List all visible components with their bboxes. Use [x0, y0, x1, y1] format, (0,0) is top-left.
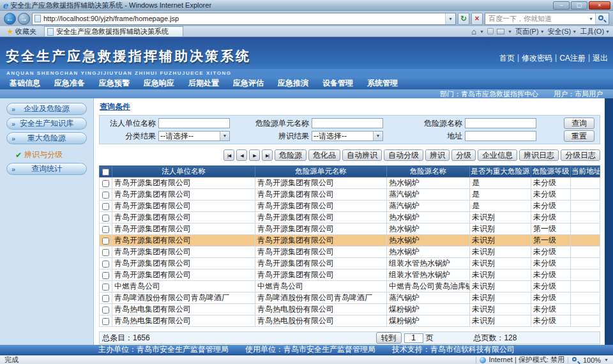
action-button[interactable]: 分级日志	[561, 149, 600, 161]
title-bar: e 安全生产应急救援指挥辅助决策系统 - Windows Internet Ex…	[0, 0, 613, 11]
action-button[interactable]: 自动辨识	[342, 149, 382, 161]
status-right: Internet | 保护模式: 禁用 100% ▼	[476, 355, 609, 364]
address-bar[interactable]: http://localhost:90/yjzh/frame/homepage.…	[32, 13, 456, 25]
browser-tab[interactable]: 安全生产应急救援指挥辅助决策系统	[44, 26, 183, 36]
zoom-icon[interactable]	[571, 356, 580, 364]
table-cell: 第一级	[531, 235, 571, 246]
minimize-button[interactable]: –	[553, 1, 570, 10]
nav-item[interactable]: 应急预警	[92, 78, 137, 89]
sidebar-button[interactable]: »企业及危险源	[6, 103, 87, 115]
rss-feed-icon[interactable]	[487, 28, 494, 34]
menu-page[interactable]: 页面(P)▼	[515, 27, 545, 36]
row-checkbox[interactable]	[102, 295, 109, 302]
sidebar-active-item[interactable]: ✔辨识与分级	[15, 149, 93, 160]
nav-item[interactable]: 后期处置	[181, 78, 226, 89]
row-checkbox[interactable]	[102, 284, 109, 291]
nav-item[interactable]: 系统管理	[360, 78, 405, 89]
nav-item[interactable]: 应急评估	[226, 78, 271, 89]
pager-button[interactable]: ▶|	[262, 149, 273, 161]
table-row[interactable]: 青岛开源集团有限公司青岛开源集团有限公司组装水管热水锅炉未识别未分级	[100, 269, 600, 281]
favorites-button[interactable]: ★ 收藏夹	[3, 27, 40, 36]
table-row[interactable]: 青岛开源集团有限公司青岛开源集团有限公司热水锅炉是未分级	[100, 178, 600, 189]
back-button[interactable]: ←	[4, 13, 16, 25]
action-button[interactable]: 分级	[451, 149, 476, 161]
zoom-level[interactable]: 100%	[583, 356, 601, 364]
legal-name-input[interactable]	[158, 118, 230, 128]
table-row[interactable]: 青岛开源集团有限公司青岛开源集团有限公司热水锅炉未识别第一级	[100, 224, 600, 235]
pager-button[interactable]: |◀	[223, 149, 234, 161]
action-button[interactable]: 危化品	[308, 149, 340, 161]
header-link[interactable]: 退出	[593, 53, 608, 64]
pager-button[interactable]: ◀	[236, 149, 247, 161]
table-row[interactable]: 青岛热电集团有限公司青岛热电股份有限公司煤粉锅炉未识别未分级	[100, 304, 600, 315]
address-url[interactable]: http://localhost:90/yjzh/frame/homepage.…	[43, 15, 179, 22]
row-checkbox[interactable]	[102, 226, 109, 233]
row-checkbox[interactable]	[102, 261, 109, 268]
header-link[interactable]: 首页	[499, 53, 515, 64]
home-caret-icon[interactable]: ▼	[480, 29, 484, 34]
row-checkbox[interactable]	[102, 249, 109, 256]
action-button[interactable]: 辨识日志	[519, 149, 559, 161]
action-button[interactable]: 企业信息	[478, 149, 517, 161]
row-checkbox[interactable]	[102, 192, 109, 199]
table-row[interactable]: 中燃青岛公司中燃青岛公司中燃青岛公司黄岛油库锅炉未识别未分级	[100, 281, 600, 292]
class-result-select[interactable]: --请选择--▼	[158, 131, 230, 141]
print-icon[interactable]	[497, 29, 504, 34]
address-input[interactable]	[465, 131, 536, 141]
address-dropdown-icon[interactable]: ▼	[445, 13, 455, 24]
search-icon[interactable]	[595, 13, 609, 24]
table-row[interactable]: 青岛开源集团有限公司青岛开源集团有限公司热水锅炉未识别第一级	[100, 235, 600, 246]
header-link[interactable]: 修改密码	[522, 53, 552, 64]
header-link[interactable]: CA注册	[559, 53, 586, 64]
row-checkbox[interactable]	[102, 307, 109, 314]
action-button[interactable]: 辨识	[425, 149, 450, 161]
table-row[interactable]: 青岛开源集团有限公司青岛开源集团有限公司热水锅炉未识别未分级	[100, 212, 600, 224]
row-checkbox[interactable]	[102, 272, 109, 279]
row-checkbox[interactable]	[102, 215, 109, 222]
table-row[interactable]: 青岛开源集团有限公司青岛开源集团有限公司组装水管热水锅炉未识别未分级	[100, 258, 600, 269]
sidebar-button[interactable]: »重大危险源	[6, 132, 87, 144]
table-cell: 青岛开源集团有限公司	[255, 269, 387, 281]
table-row[interactable]: 青岛热电集团有限公司青岛热电股份有限公司煤粉锅炉未识别未分级	[100, 315, 600, 327]
maximize-button[interactable]: ▢	[571, 1, 587, 10]
stop-button[interactable]: ×	[471, 13, 483, 25]
refresh-button[interactable]: ↻	[458, 13, 469, 25]
select-all-checkbox[interactable]	[102, 169, 109, 176]
menu-safety[interactable]: 安全(S)▼	[548, 27, 577, 36]
table-row[interactable]: 青岛啤酒股份有限公司青岛啤酒厂青岛啤酒股份有限公司青岛啤酒厂蒸汽锅炉未识别未分级	[100, 292, 600, 304]
sidebar-button[interactable]: »查询统计	[6, 163, 87, 175]
close-button[interactable]: ×	[589, 1, 610, 10]
zoom-caret-icon[interactable]: ▼	[604, 358, 609, 362]
print-caret-icon[interactable]: ▼	[508, 29, 512, 34]
action-button[interactable]: 危险源	[275, 149, 306, 161]
identify-result-select[interactable]: --请选择--▼	[312, 131, 383, 141]
menu-tools[interactable]: 工具(O)▼	[580, 27, 610, 36]
action-button[interactable]: 自动分级	[384, 149, 423, 161]
table-row[interactable]: 青岛开源集团有限公司青岛开源集团有限公司蒸汽锅炉是未分级	[100, 189, 600, 201]
table-row[interactable]: 青岛开源集团有限公司青岛开源集团有限公司蒸汽锅炉是未分级	[100, 201, 600, 212]
table-row[interactable]: 青岛开源集团有限公司青岛开源集团有限公司热水锅炉未识别未分级	[100, 246, 600, 258]
row-checkbox[interactable]	[102, 318, 109, 325]
grid-header-cell: 当前地址	[571, 166, 600, 178]
row-checkbox[interactable]	[102, 180, 109, 187]
sidebar-button[interactable]: »安全生产知识库	[6, 118, 87, 130]
nav-item[interactable]: 应急准备	[47, 78, 92, 89]
nav-item[interactable]: 应急推演	[271, 78, 315, 89]
nav-item[interactable]: 设备管理	[315, 78, 360, 89]
search-button[interactable]: 查询	[564, 118, 594, 129]
goto-page-button[interactable]: 转到	[376, 332, 402, 344]
home-icon[interactable]: ⌂	[471, 27, 476, 36]
reset-button[interactable]: 重置	[564, 130, 594, 142]
search-dropdown-icon[interactable]: ▼	[587, 17, 595, 21]
search-box[interactable]: 百度一下，你就知道 ▼	[485, 13, 609, 25]
row-checkbox[interactable]	[102, 203, 109, 210]
forward-button[interactable]: →	[18, 13, 30, 25]
page-number-input[interactable]	[404, 333, 423, 343]
tab-favicon-icon	[47, 28, 54, 36]
pager-button[interactable]: ▶	[249, 149, 260, 161]
unit-name-input[interactable]	[312, 118, 383, 128]
hazard-name-input[interactable]	[465, 118, 536, 128]
nav-item[interactable]: 基础信息	[3, 78, 47, 89]
row-checkbox[interactable]	[102, 238, 109, 245]
nav-item[interactable]: 应急响应	[137, 78, 181, 89]
